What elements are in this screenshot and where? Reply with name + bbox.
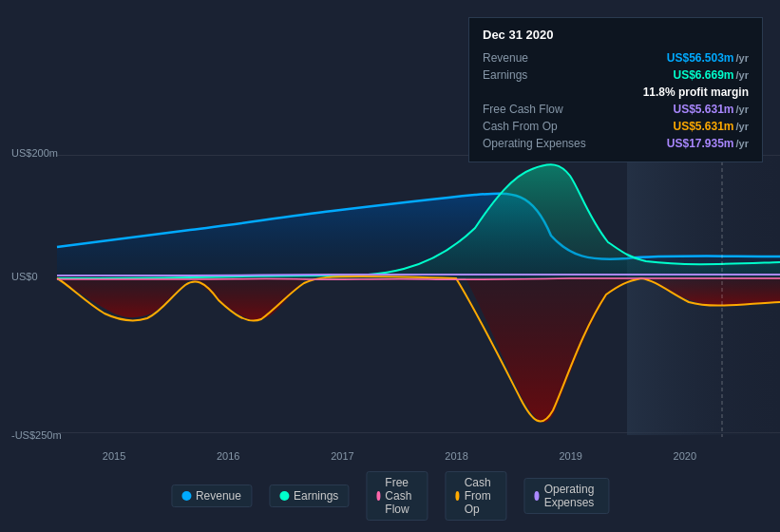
tooltip-value-earnings: US$6.669m/yr (673, 68, 749, 82)
tooltip-label-cashfromop: Cash From Op (483, 120, 606, 133)
legend-dot-cashfromop (455, 491, 459, 501)
tooltip-value-opex: US$17.935m/yr (667, 137, 749, 150)
x-label-2019: 2019 (559, 450, 581, 462)
tooltip-row-earnings: Earnings US$6.669m/yr (483, 66, 749, 84)
legend-dot-revenue (181, 491, 191, 501)
tooltip-label-revenue: Revenue (483, 51, 606, 65)
tooltip-value-margin: 11.8% profit margin (643, 86, 749, 99)
tooltip-value-revenue: US$56.503m/yr (667, 51, 749, 65)
legend-item-fcf[interactable]: Free Cash Flow (366, 471, 428, 521)
legend-label-revenue: Revenue (196, 489, 241, 503)
legend-item-revenue[interactable]: Revenue (171, 484, 252, 507)
x-axis: 2015 2016 2017 2018 2019 2020 (0, 450, 780, 462)
tooltip-date: Dec 31 2020 (483, 28, 749, 42)
tooltip-label-opex: Operating Expenses (483, 137, 606, 150)
legend-item-earnings[interactable]: Earnings (269, 484, 349, 507)
tooltip-row-fcf: Free Cash Flow US$5.631m/yr (483, 101, 749, 118)
x-label-2016: 2016 (217, 450, 239, 462)
opex-line (57, 275, 780, 276)
tooltip-panel: Dec 31 2020 Revenue US$56.503m/yr Earnin… (468, 17, 763, 162)
x-label-2017: 2017 (331, 450, 353, 462)
legend-label-fcf: Free Cash Flow (385, 476, 417, 516)
legend-dot-fcf (376, 491, 380, 501)
tooltip-value-fcf: US$5.631m/yr (673, 103, 749, 116)
tooltip-label-fcf: Free Cash Flow (483, 103, 606, 116)
cashop-fill-2 (190, 278, 304, 320)
x-label-2015: 2015 (103, 450, 125, 462)
legend-label-cashfromop: Cash From Op (465, 476, 497, 516)
tooltip-row-cashfromop: Cash From Op US$5.631m/yr (483, 118, 749, 135)
tooltip-row-profit-margin: 11.8% profit margin (483, 84, 749, 101)
legend-item-cashfromop[interactable]: Cash From Op (445, 471, 506, 521)
cashop-fill-1 (57, 278, 190, 317)
legend-item-opex[interactable]: Operating Expenses (523, 478, 609, 514)
legend-label-earnings: Earnings (294, 489, 338, 503)
tooltip-row-revenue: Revenue US$56.503m/yr (483, 49, 749, 66)
legend-dot-earnings (279, 491, 289, 501)
tooltip-value-cashfromop: US$5.631m/yr (673, 120, 749, 133)
legend: Revenue Earnings Free Cash Flow Cash Fro… (171, 471, 609, 521)
cashop-fill-3 (466, 278, 646, 422)
x-label-2020: 2020 (674, 450, 696, 462)
tooltip-label-earnings: Earnings (483, 68, 606, 82)
legend-label-opex: Operating Expenses (544, 483, 599, 509)
x-label-2018: 2018 (445, 450, 467, 462)
legend-dot-opex (534, 491, 539, 501)
tooltip-row-opex: Operating Expenses US$17.935m/yr (483, 135, 749, 152)
